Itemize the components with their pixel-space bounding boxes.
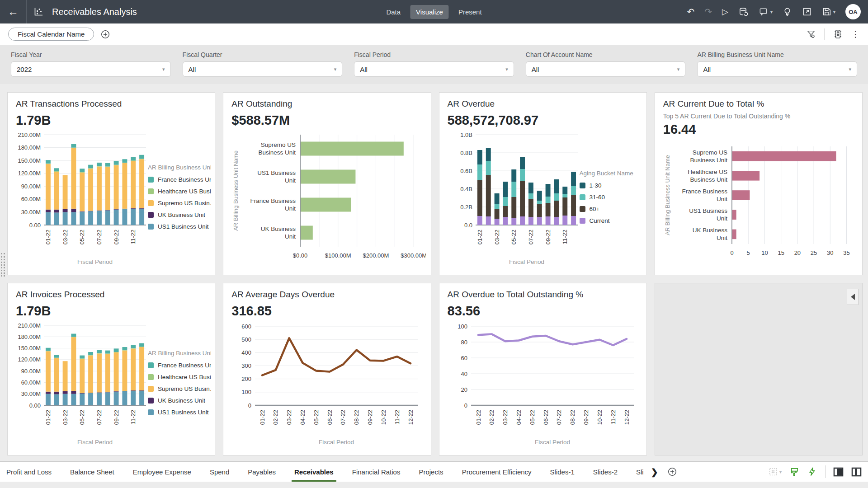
- svg-text:09-22: 09-22: [367, 410, 373, 425]
- legend-item[interactable]: France Business Unit: [148, 362, 211, 369]
- page-title: Receivables Analysis: [52, 7, 137, 17]
- canvas-tab-spend[interactable]: Spend: [210, 462, 229, 482]
- filter-select[interactable]: All▾: [526, 61, 686, 77]
- legend-item[interactable]: UK Business Unit: [148, 397, 211, 404]
- canvas-tab-financial-ratios[interactable]: Financial Ratios: [352, 462, 401, 482]
- svg-text:12-22: 12-22: [407, 410, 414, 425]
- legend-item[interactable]: Current: [580, 217, 643, 224]
- mode-tab-data[interactable]: Data: [380, 5, 406, 19]
- card-ar-current-due-to-total: AR Current Due to Total % Top 5 AR Curre…: [655, 92, 863, 275]
- ar-average-days-chart[interactable]: 010020030040050060001-2202-2203-2204-220…: [231, 322, 424, 449]
- back-button[interactable]: ←: [6, 5, 20, 18]
- export-icon[interactable]: [802, 7, 812, 17]
- svg-text:Unit: Unit: [285, 205, 296, 212]
- card-ar-transactions-processed: AR Transactions Processed 1.79B 0.0030.0…: [7, 92, 215, 275]
- canvas-tab-employee-expense[interactable]: Employee Expense: [133, 462, 191, 482]
- svg-text:01-22: 01-22: [45, 410, 52, 425]
- legend-item[interactable]: Healthcare US Busi…: [148, 374, 211, 380]
- legend-item[interactable]: Supremo US Busin…: [148, 385, 211, 392]
- svg-text:0.00: 0.00: [29, 221, 41, 228]
- undo-icon[interactable]: ↶: [687, 7, 695, 16]
- canvas-tab-balance-sheet[interactable]: Balance Sheet: [70, 462, 114, 482]
- left-panel-toggle-icon[interactable]: [833, 467, 844, 477]
- legend-item[interactable]: 1-30: [580, 182, 643, 189]
- canvas-resize-grip[interactable]: [1, 253, 5, 277]
- legend-item[interactable]: 60+: [580, 206, 643, 212]
- ar-transactions-chart[interactable]: 0.0030.00M60.00M90.00M120.00M150.00M180.…: [16, 131, 148, 268]
- legend-item[interactable]: Supremo US Busin…: [148, 200, 211, 206]
- dashboard-canvas: AR Transactions Processed 1.79B 0.0030.0…: [0, 84, 868, 461]
- refresh-data-icon[interactable]: [738, 7, 749, 17]
- ar-invoices-chart[interactable]: 0.0030.00M60.00M90.00M120.00M150.00M180.…: [16, 322, 148, 449]
- legend-swatch: [148, 200, 154, 206]
- svg-text:400: 400: [242, 349, 252, 356]
- filter-select[interactable]: 2022▾: [11, 61, 171, 77]
- legend-swatch: [148, 188, 154, 194]
- svg-text:200: 200: [242, 375, 252, 382]
- preview-play-icon[interactable]: ▷: [722, 8, 728, 16]
- canvas-style-brush-icon[interactable]: [789, 467, 800, 477]
- svg-text:04-22: 04-22: [515, 410, 522, 425]
- legend-item[interactable]: Healthcare US Busi…: [148, 188, 211, 195]
- collapse-left-icon: [851, 294, 855, 300]
- save-caret-icon[interactable]: ▾: [833, 9, 835, 14]
- svg-text:11-22: 11-22: [561, 230, 568, 244]
- legend-item[interactable]: US1 Business Unit: [148, 223, 211, 230]
- legend-item[interactable]: 31-60: [580, 194, 643, 201]
- filter-value: All: [360, 66, 368, 73]
- mode-tab-visualize[interactable]: Visualize: [410, 5, 449, 19]
- legend-item[interactable]: US1 Business Unit: [148, 409, 211, 416]
- canvas-tab-slides-1[interactable]: Slides-1: [550, 462, 575, 482]
- redo-icon[interactable]: ↷: [704, 7, 712, 16]
- filter-label: Fiscal Period: [354, 51, 514, 58]
- canvas-tab-projects[interactable]: Projects: [419, 462, 443, 482]
- svg-text:10: 10: [761, 249, 768, 256]
- ar-overdue-pct-chart[interactable]: 02040608010001-2202-2203-2204-2205-2206-…: [448, 322, 640, 449]
- svg-text:0.2B: 0.2B: [460, 203, 472, 210]
- tabs-overflow-chevron-icon[interactable]: ❯: [651, 467, 658, 477]
- canvas-tab-receivables[interactable]: Receivables: [294, 462, 334, 482]
- svg-text:180.00M: 180.00M: [18, 333, 41, 340]
- insights-lightbulb-icon[interactable]: [783, 7, 792, 17]
- ar-current-due-chart[interactable]: Supremo USBusiness UnitHealthcare USBusi…: [663, 143, 858, 266]
- svg-text:Business Unit: Business Unit: [690, 176, 727, 183]
- ar-outstanding-chart[interactable]: Supremo USBusiness UnitUS1 BusinessUnitF…: [231, 131, 426, 268]
- save-icon[interactable]: ▾: [822, 7, 835, 17]
- fiscal-calendar-pill-button[interactable]: Fiscal Calendar Name: [8, 28, 94, 41]
- filter-settings-icon[interactable]: [806, 29, 816, 39]
- legend: Aging Bucket Name1-3031-6060+Current: [580, 170, 643, 229]
- ar-overdue-chart[interactable]: 0.00.2B0.4B0.6B0.8B1.0B01-2203-2205-2207…: [448, 131, 580, 268]
- auto-insights-bolt-icon[interactable]: [807, 467, 817, 477]
- add-canvas-icon[interactable]: [667, 467, 677, 477]
- canvas-tab-payables[interactable]: Payables: [248, 462, 276, 482]
- filter-select[interactable]: All▾: [354, 61, 514, 77]
- mode-tab-present[interactable]: Present: [453, 5, 488, 19]
- comments-icon[interactable]: ▾: [759, 7, 773, 17]
- legend-item[interactable]: UK Business Unit: [148, 211, 211, 218]
- control-bar-divider: [824, 28, 825, 40]
- canvas-tab-sli[interactable]: Sli: [636, 462, 644, 482]
- svg-text:60.00M: 60.00M: [21, 379, 41, 385]
- add-filter-icon[interactable]: [100, 29, 110, 39]
- svg-text:Supremo US: Supremo US: [261, 141, 296, 148]
- svg-text:Supremo US: Supremo US: [692, 149, 727, 155]
- kpi-value: 316.85: [231, 304, 422, 319]
- filter-value: All: [189, 66, 196, 73]
- filter-select[interactable]: All▾: [183, 61, 343, 77]
- svg-text:Unit: Unit: [717, 235, 727, 241]
- canvas-tab-slides-2[interactable]: Slides-2: [593, 462, 618, 482]
- canvas-tab-procurement-efficiency[interactable]: Procurement Efficiency: [462, 462, 532, 482]
- avatar[interactable]: OA: [845, 4, 861, 19]
- conditional-formatting-icon[interactable]: [833, 29, 843, 39]
- canvas-tab-profit-and-loss[interactable]: Profit and Loss: [6, 462, 52, 482]
- filter-select[interactable]: All▾: [697, 61, 857, 77]
- svg-text:60: 60: [461, 354, 467, 361]
- svg-text:09-22: 09-22: [113, 410, 120, 425]
- legend-label: Healthcare US Busi…: [158, 374, 211, 380]
- svg-text:20: 20: [794, 249, 800, 256]
- legend-item[interactable]: France Business Unit: [148, 176, 211, 183]
- comments-caret-icon[interactable]: ▾: [770, 9, 773, 14]
- collapse-panel-button[interactable]: [847, 289, 859, 305]
- right-panel-toggle-icon[interactable]: [851, 467, 862, 477]
- more-options-kebab-icon[interactable]: ⋮: [851, 30, 860, 38]
